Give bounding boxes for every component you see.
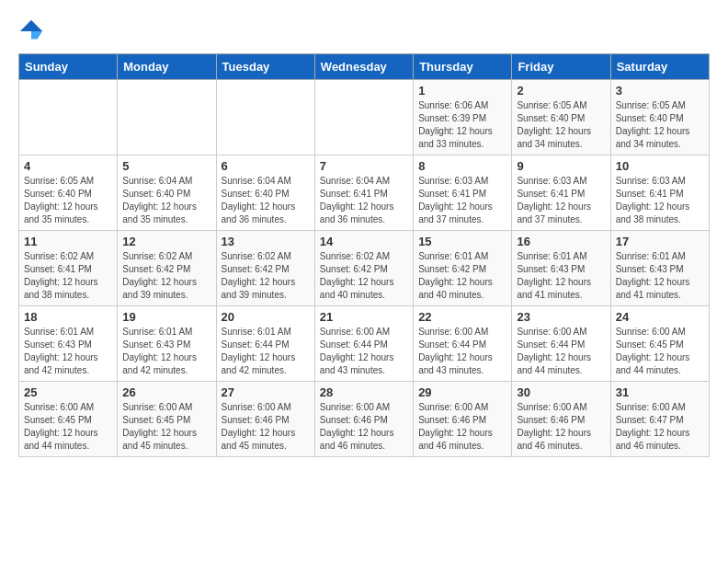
- day-number: 19: [122, 310, 210, 324]
- day-info: Sunrise: 6:00 AM Sunset: 6:44 PM Dayligh…: [418, 326, 506, 377]
- calendar-cell: 11Sunrise: 6:02 AM Sunset: 6:41 PM Dayli…: [19, 231, 118, 306]
- calendar-cell: [314, 80, 413, 155]
- calendar-cell: 16Sunrise: 6:01 AM Sunset: 6:43 PM Dayli…: [512, 231, 610, 306]
- day-info: Sunrise: 6:05 AM Sunset: 6:40 PM Dayligh…: [517, 99, 605, 151]
- day-info: Sunrise: 6:00 AM Sunset: 6:46 PM Dayligh…: [418, 401, 506, 453]
- calendar-week-4: 25Sunrise: 6:00 AM Sunset: 6:45 PM Dayli…: [19, 382, 710, 457]
- day-header-tuesday: Tuesday: [216, 54, 314, 80]
- calendar-week-3: 18Sunrise: 6:01 AM Sunset: 6:43 PM Dayli…: [19, 306, 710, 382]
- calendar-cell: 27Sunrise: 6:00 AM Sunset: 6:46 PM Dayli…: [216, 382, 314, 457]
- day-number: 21: [320, 310, 408, 324]
- day-number: 5: [122, 159, 210, 173]
- calendar-week-2: 11Sunrise: 6:02 AM Sunset: 6:41 PM Dayli…: [19, 231, 710, 306]
- logo: [18, 18, 48, 44]
- day-info: Sunrise: 6:02 AM Sunset: 6:42 PM Dayligh…: [122, 250, 210, 302]
- day-number: 14: [320, 235, 408, 248]
- day-number: 26: [122, 385, 210, 399]
- day-info: Sunrise: 6:06 AM Sunset: 6:39 PM Dayligh…: [418, 99, 506, 151]
- day-info: Sunrise: 6:00 AM Sunset: 6:46 PM Dayligh…: [517, 401, 605, 453]
- day-info: Sunrise: 6:00 AM Sunset: 6:44 PM Dayligh…: [517, 326, 605, 377]
- calendar-cell: 14Sunrise: 6:02 AM Sunset: 6:42 PM Dayli…: [314, 231, 413, 306]
- day-info: Sunrise: 6:03 AM Sunset: 6:41 PM Dayligh…: [418, 175, 506, 226]
- calendar-cell: 7Sunrise: 6:04 AM Sunset: 6:41 PM Daylig…: [314, 155, 413, 231]
- day-info: Sunrise: 6:04 AM Sunset: 6:41 PM Dayligh…: [320, 175, 408, 226]
- day-number: 1: [418, 84, 506, 98]
- day-info: Sunrise: 6:01 AM Sunset: 6:44 PM Dayligh…: [222, 326, 310, 377]
- day-number: 17: [616, 235, 704, 248]
- calendar-cell: 15Sunrise: 6:01 AM Sunset: 6:42 PM Dayli…: [414, 231, 512, 306]
- day-info: Sunrise: 6:02 AM Sunset: 6:42 PM Dayligh…: [222, 250, 310, 302]
- calendar-cell: 12Sunrise: 6:02 AM Sunset: 6:42 PM Dayli…: [118, 231, 216, 306]
- calendar-week-0: 1Sunrise: 6:06 AM Sunset: 6:39 PM Daylig…: [19, 80, 710, 155]
- day-info: Sunrise: 6:00 AM Sunset: 6:44 PM Dayligh…: [320, 326, 408, 377]
- day-header-thursday: Thursday: [414, 54, 512, 80]
- day-info: Sunrise: 6:00 AM Sunset: 6:45 PM Dayligh…: [24, 401, 112, 453]
- day-number: 30: [517, 385, 605, 399]
- calendar-cell: 17Sunrise: 6:01 AM Sunset: 6:43 PM Dayli…: [610, 231, 709, 306]
- day-header-wednesday: Wednesday: [314, 54, 413, 80]
- day-number: 22: [418, 310, 506, 324]
- day-number: 3: [616, 84, 704, 98]
- logo-icon: [18, 18, 44, 44]
- day-number: 18: [24, 310, 112, 324]
- day-info: Sunrise: 6:00 AM Sunset: 6:46 PM Dayligh…: [222, 401, 310, 453]
- calendar-cell: 13Sunrise: 6:02 AM Sunset: 6:42 PM Dayli…: [216, 231, 314, 306]
- calendar-cell: 5Sunrise: 6:04 AM Sunset: 6:40 PM Daylig…: [118, 155, 216, 231]
- calendar-week-1: 4Sunrise: 6:05 AM Sunset: 6:40 PM Daylig…: [19, 155, 710, 231]
- calendar-cell: 1Sunrise: 6:06 AM Sunset: 6:39 PM Daylig…: [414, 80, 512, 155]
- day-info: Sunrise: 6:00 AM Sunset: 6:46 PM Dayligh…: [320, 401, 408, 453]
- calendar-cell: 28Sunrise: 6:00 AM Sunset: 6:46 PM Dayli…: [314, 382, 413, 457]
- day-header-friday: Friday: [512, 54, 610, 80]
- day-header-sunday: Sunday: [19, 54, 118, 80]
- day-number: 15: [418, 235, 506, 248]
- calendar-cell: 21Sunrise: 6:00 AM Sunset: 6:44 PM Dayli…: [314, 306, 413, 382]
- calendar-cell: [216, 80, 314, 155]
- svg-marker-0: [20, 20, 42, 31]
- day-number: 12: [122, 235, 210, 248]
- day-number: 2: [517, 84, 605, 98]
- svg-marker-1: [31, 31, 42, 39]
- calendar-cell: 6Sunrise: 6:04 AM Sunset: 6:40 PM Daylig…: [216, 155, 314, 231]
- calendar-cell: 22Sunrise: 6:00 AM Sunset: 6:44 PM Dayli…: [414, 306, 512, 382]
- calendar-cell: 31Sunrise: 6:00 AM Sunset: 6:47 PM Dayli…: [610, 382, 709, 457]
- day-number: 24: [616, 310, 704, 324]
- day-number: 9: [517, 159, 605, 173]
- day-info: Sunrise: 6:00 AM Sunset: 6:47 PM Dayligh…: [616, 401, 704, 453]
- day-info: Sunrise: 6:03 AM Sunset: 6:41 PM Dayligh…: [517, 175, 605, 226]
- day-number: 23: [517, 310, 605, 324]
- day-info: Sunrise: 6:02 AM Sunset: 6:42 PM Dayligh…: [320, 250, 408, 302]
- day-header-monday: Monday: [118, 54, 216, 80]
- calendar-header-row: SundayMondayTuesdayWednesdayThursdayFrid…: [19, 54, 710, 80]
- day-header-saturday: Saturday: [610, 54, 709, 80]
- day-info: Sunrise: 6:00 AM Sunset: 6:45 PM Dayligh…: [122, 401, 210, 453]
- day-number: 25: [24, 385, 112, 399]
- calendar-table: SundayMondayTuesdayWednesdayThursdayFrid…: [18, 53, 710, 457]
- day-info: Sunrise: 6:02 AM Sunset: 6:41 PM Dayligh…: [24, 250, 112, 302]
- day-number: 20: [222, 310, 310, 324]
- day-info: Sunrise: 6:05 AM Sunset: 6:40 PM Dayligh…: [24, 175, 112, 226]
- calendar-cell: 8Sunrise: 6:03 AM Sunset: 6:41 PM Daylig…: [414, 155, 512, 231]
- day-number: 6: [222, 159, 310, 173]
- calendar-cell: 3Sunrise: 6:05 AM Sunset: 6:40 PM Daylig…: [610, 80, 709, 155]
- day-info: Sunrise: 6:01 AM Sunset: 6:42 PM Dayligh…: [418, 250, 506, 302]
- calendar-cell: [118, 80, 216, 155]
- calendar-cell: 19Sunrise: 6:01 AM Sunset: 6:43 PM Dayli…: [118, 306, 216, 382]
- day-number: 7: [320, 159, 408, 173]
- calendar-cell: 10Sunrise: 6:03 AM Sunset: 6:41 PM Dayli…: [610, 155, 709, 231]
- calendar-cell: 9Sunrise: 6:03 AM Sunset: 6:41 PM Daylig…: [512, 155, 610, 231]
- day-number: 27: [222, 385, 310, 399]
- day-number: 31: [616, 385, 704, 399]
- calendar-cell: 29Sunrise: 6:00 AM Sunset: 6:46 PM Dayli…: [414, 382, 512, 457]
- day-info: Sunrise: 6:01 AM Sunset: 6:43 PM Dayligh…: [517, 250, 605, 302]
- day-info: Sunrise: 6:00 AM Sunset: 6:45 PM Dayligh…: [616, 326, 704, 377]
- calendar-cell: 25Sunrise: 6:00 AM Sunset: 6:45 PM Dayli…: [19, 382, 118, 457]
- day-info: Sunrise: 6:01 AM Sunset: 6:43 PM Dayligh…: [122, 326, 210, 377]
- calendar-cell: 24Sunrise: 6:00 AM Sunset: 6:45 PM Dayli…: [610, 306, 709, 382]
- day-info: Sunrise: 6:01 AM Sunset: 6:43 PM Dayligh…: [24, 326, 112, 377]
- page-header: [18, 18, 710, 44]
- day-number: 8: [418, 159, 506, 173]
- day-info: Sunrise: 6:03 AM Sunset: 6:41 PM Dayligh…: [616, 175, 704, 226]
- day-number: 16: [517, 235, 605, 248]
- day-info: Sunrise: 6:01 AM Sunset: 6:43 PM Dayligh…: [616, 250, 704, 302]
- day-number: 29: [418, 385, 506, 399]
